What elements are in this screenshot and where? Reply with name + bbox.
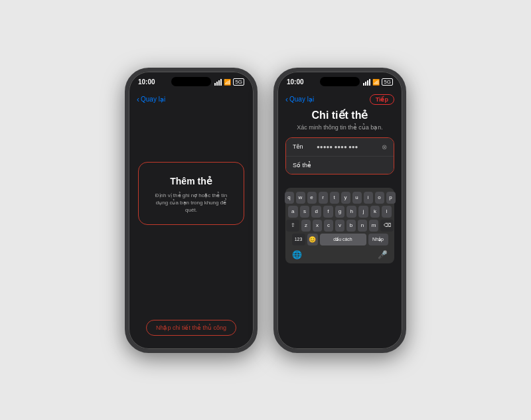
signal-icon-1 <box>214 79 222 86</box>
keyboard-row-3: ⇧ z x c v b n m ⌫ <box>288 220 392 232</box>
keyboard-row-2: a s d f g h j k l <box>288 206 392 218</box>
wifi-icon-1: 📶 <box>224 79 231 86</box>
dynamic-island-2 <box>320 77 360 86</box>
wifi-icon-2: 📶 <box>372 79 380 86</box>
key-w[interactable]: w <box>296 192 305 204</box>
next-button[interactable]: Tiếp <box>370 94 394 105</box>
status-icons-1: 📶 5G <box>214 78 244 86</box>
card-number-label: Số thẻ <box>293 162 311 169</box>
key-a[interactable]: a <box>288 206 298 218</box>
time-2: 10:00 <box>287 78 304 86</box>
keyboard: q w e r t y u i o p a s d f g h <box>285 188 394 263</box>
nav-bar-1: ‹ Quay lại <box>129 90 254 109</box>
key-p[interactable]: p <box>386 192 396 204</box>
key-f[interactable]: f <box>323 206 333 218</box>
key-v[interactable]: v <box>335 220 344 232</box>
battery-icon-1: 5G <box>233 78 244 86</box>
key-emoji[interactable]: 😊 <box>307 234 318 245</box>
key-c[interactable]: c <box>324 220 333 232</box>
keyboard-row-1: q w e r t y u i o p <box>288 192 392 204</box>
key-l[interactable]: l <box>382 206 392 218</box>
key-e[interactable]: e <box>307 192 317 204</box>
add-card-description: Định vị thẻ ghi nợ hoặc thẻ tín dụng của… <box>149 192 233 214</box>
keyboard-bottom-bar: 🌐 🎤 <box>288 247 392 261</box>
keyboard-row-4: 123 😊 dấu cách Nhập <box>288 234 392 245</box>
phone1-content: Thêm thẻ Định vị thẻ ghi nợ hoặc thẻ tín… <box>129 109 254 349</box>
page-subtitle: Xác minh thông tin thẻ của bạn. <box>285 124 394 131</box>
status-icons-2: 📶 5G <box>363 78 393 86</box>
battery-icon-2: 5G <box>382 78 393 86</box>
phone2-content: Chi tiết thẻ Xác minh thông tin thẻ của … <box>277 109 402 349</box>
key-k[interactable]: k <box>370 206 380 218</box>
key-123[interactable]: 123 <box>292 234 305 245</box>
key-return[interactable]: Nhập <box>368 234 388 245</box>
key-q[interactable]: q <box>285 192 294 204</box>
key-d[interactable]: d <box>311 206 321 218</box>
key-y[interactable]: y <box>341 192 350 204</box>
add-card-box: Thêm thẻ Định vị thẻ ghi nợ hoặc thẻ tín… <box>138 162 244 226</box>
key-t[interactable]: t <box>330 192 339 204</box>
key-j[interactable]: j <box>358 206 368 218</box>
add-card-title: Thêm thẻ <box>149 176 233 186</box>
manual-entry-button[interactable]: Nhập chi tiết thẻ thủ công <box>146 320 236 336</box>
key-g[interactable]: g <box>335 206 345 218</box>
dynamic-island-1 <box>171 77 211 86</box>
phone-2: 10:00 📶 5G ‹ Quay lại Tiếp Chi tiết thẻ <box>273 68 406 353</box>
name-field-value: ●●●●● ●●●● ●●● <box>317 144 382 150</box>
back-button-2[interactable]: ‹ Quay lại <box>285 95 314 104</box>
back-label-2: Quay lại <box>289 96 314 103</box>
signal-icon-2 <box>363 79 370 86</box>
key-shift[interactable]: ⇧ <box>286 220 299 232</box>
time-1: 10:00 <box>138 78 155 86</box>
key-u[interactable]: u <box>352 192 362 204</box>
back-chevron-1: ‹ <box>137 95 139 104</box>
key-m[interactable]: m <box>369 220 378 232</box>
mic-icon[interactable]: 🎤 <box>378 250 388 259</box>
key-o[interactable]: o <box>375 192 384 204</box>
back-button-1[interactable]: ‹ Quay lại <box>137 95 165 104</box>
key-h[interactable]: h <box>346 206 356 218</box>
key-x[interactable]: x <box>313 220 322 232</box>
globe-icon[interactable]: 🌐 <box>292 250 302 259</box>
name-clear-icon[interactable]: ⊗ <box>382 143 387 151</box>
key-r[interactable]: r <box>319 192 328 204</box>
card-number-field[interactable]: Số thẻ <box>286 157 394 174</box>
phones-container: 10:00 📶 5G ‹ Quay lại Thêm thẻ Địn <box>125 68 406 353</box>
key-backspace[interactable]: ⌫ <box>380 220 394 232</box>
key-i[interactable]: i <box>364 192 373 204</box>
key-n[interactable]: n <box>358 220 367 232</box>
key-b[interactable]: b <box>346 220 356 232</box>
page-title: Chi tiết thẻ <box>285 109 394 121</box>
key-z[interactable]: z <box>301 220 311 232</box>
phone-1: 10:00 📶 5G ‹ Quay lại Thêm thẻ Địn <box>125 68 258 353</box>
name-field-label: Tên <box>293 143 311 150</box>
back-label-1: Quay lại <box>141 96 165 103</box>
key-space[interactable]: dấu cách <box>320 234 366 245</box>
name-field[interactable]: Tên ●●●●● ●●●● ●●● ⊗ <box>286 138 394 157</box>
card-form: Tên ●●●●● ●●●● ●●● ⊗ Số thẻ <box>285 137 394 175</box>
back-chevron-2: ‹ <box>285 95 288 104</box>
key-s[interactable]: s <box>300 206 310 218</box>
nav-bar-2: ‹ Quay lại Tiếp <box>277 90 402 109</box>
